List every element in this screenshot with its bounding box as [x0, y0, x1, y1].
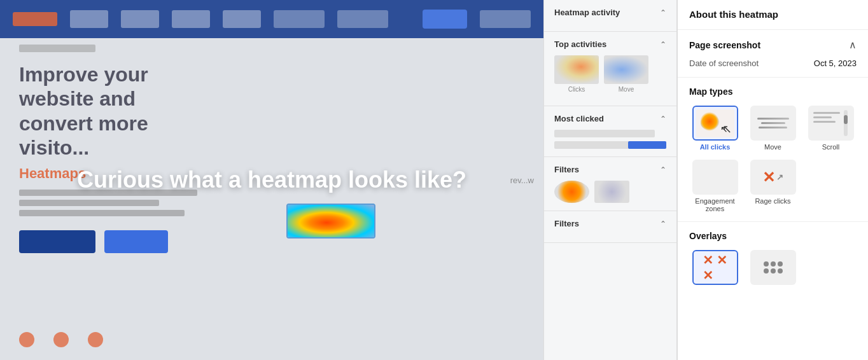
scroll-icon[interactable] [808, 106, 854, 141]
fake-logo [13, 12, 57, 26]
fake-nav-4 [223, 10, 261, 28]
middle-sidebar-panel: Heatmap activity ⌃ Top activities ⌃ Clic… [543, 0, 677, 360]
middle-section-content-3 [554, 130, 666, 149]
heatmap-preview-label: rev...w [510, 176, 534, 185]
fake-nav-3 [172, 10, 210, 28]
scroll-hline-1 [813, 112, 840, 114]
middle-section-title-3: Most clicked [554, 114, 604, 123]
move-lines [752, 107, 795, 139]
fake-nav-7 [480, 10, 531, 28]
svg-text:↖: ↖ [720, 124, 728, 134]
page-screenshot-header[interactable]: Page screenshot ∧ [689, 39, 857, 51]
middle-thumb-group-2: Move [604, 55, 648, 93]
middle-section-title-1: Heatmap activity [554, 8, 620, 17]
middle-section-heatmap-activity-header[interactable]: Heatmap activity ⌃ [554, 8, 666, 17]
date-of-screenshot-label: Date of screenshot [689, 59, 759, 68]
heatmap-preview: Improve your website and convert more vi… [0, 0, 543, 360]
map-type-engagement[interactable]: Engagement zones [689, 160, 741, 212]
fake-nav-5 [274, 10, 325, 28]
middle-thumb-label-2: Move [619, 86, 634, 93]
middle-section-arrow-2: ⌃ [660, 40, 666, 49]
overlays-grid: ✕ ✕✕ [689, 250, 857, 287]
scroll-hline-2 [813, 116, 832, 118]
rage-icon[interactable]: ✕ ↗ [750, 160, 796, 195]
middle-thumb-group-1: Clicks [554, 55, 599, 93]
overlay-x-marks[interactable]: ✕ ✕✕ [689, 250, 741, 287]
overlays-section: Overlays ✕ ✕✕ [678, 222, 868, 296]
middle-section-title-2: Top activities [554, 39, 606, 49]
fake-nav-6 [337, 10, 388, 28]
overlay-x-marks-icon[interactable]: ✕ ✕✕ [692, 250, 738, 285]
middle-section-title-5: Filters [554, 219, 579, 228]
map-type-move[interactable]: Move [747, 106, 799, 151]
filter-thumb-inner-2 [594, 181, 629, 203]
map-types-section: Map types [678, 78, 868, 222]
map-types-title: Map types [689, 87, 857, 97]
fake-icon-2 [53, 332, 69, 347]
middle-bar-1 [554, 130, 655, 137]
heatmap-hotspot-visual [288, 205, 374, 237]
middle-section-top-activities-header[interactable]: Top activities ⌃ [554, 39, 666, 49]
middle-section-title-4: Filters [554, 165, 579, 174]
fake-icon-1 [19, 332, 34, 347]
fake-body-3 [19, 210, 185, 216]
rage-cursor: ↗ [776, 172, 783, 182]
map-types-row2: Engagement zones ✕ ↗ Rage clicks [689, 160, 857, 212]
middle-section-arrow-1: ⌃ [660, 8, 666, 17]
middle-section-most-clicked: Most clicked ⌃ [544, 106, 676, 157]
map-type-scroll[interactable]: Scroll [805, 106, 857, 151]
engagement-icon[interactable] [692, 160, 738, 195]
page-screenshot-section: Page screenshot ∧ Date of screenshot Oct… [678, 30, 868, 78]
middle-section-most-clicked-header[interactable]: Most clicked ⌃ [554, 114, 666, 123]
engagement-grid [711, 160, 719, 195]
middle-thumb-1 [554, 55, 599, 84]
overlays-title: Overlays [689, 231, 857, 241]
move-icon[interactable] [750, 106, 796, 141]
all-clicks-svg: ↖ [696, 109, 734, 137]
heatmap-overlay-text: Curious what a heatmap looks like? [77, 167, 466, 193]
middle-thumb-inner-1 [554, 55, 599, 84]
filter-thumb-inner-1 [554, 181, 589, 203]
filter-thumb-1 [554, 181, 589, 203]
middle-section-heatmap-activity: Heatmap activity ⌃ [544, 0, 676, 32]
overlay-dots-grid [759, 256, 788, 279]
filter-thumb-2 [594, 181, 629, 203]
engagement-label: Engagement zones [689, 197, 741, 212]
middle-section-arrow-4: ⌃ [660, 165, 666, 174]
filter-thumbs [554, 181, 666, 203]
fake-body-2 [19, 200, 159, 206]
map-types-row1: ↖ All clicks Move [689, 106, 857, 151]
move-line-2 [761, 122, 785, 124]
middle-section-filters2-header[interactable]: Filters ⌃ [554, 219, 666, 228]
middle-section-arrow-3: ⌃ [660, 114, 666, 123]
map-type-all-clicks[interactable]: ↖ All clicks [689, 106, 741, 151]
middle-section-filters-header[interactable]: Filters ⌃ [554, 165, 666, 174]
all-clicks-icon[interactable]: ↖ [692, 106, 738, 141]
fake-headline: Improve your website and convert more vi… [19, 62, 416, 160]
middle-thumbs-row: Clicks Move [554, 55, 666, 93]
move-label: Move [764, 143, 781, 151]
middle-bar-2 [554, 141, 666, 149]
scroll-hline-3 [813, 121, 836, 123]
move-line-3 [759, 127, 787, 128]
map-type-rage[interactable]: ✕ ↗ Rage clicks [747, 160, 799, 212]
rage-label: Rage clicks [755, 197, 790, 205]
overlay-dot-5 [771, 268, 776, 273]
fake-nav-button [423, 10, 467, 29]
overlay-dots[interactable] [747, 250, 799, 287]
scroll-label: Scroll [822, 143, 840, 151]
overlay-dots-icon[interactable] [750, 250, 796, 285]
all-clicks-label: All clicks [700, 143, 731, 151]
fake-nav-1 [70, 10, 108, 28]
page-screenshot-collapse-icon[interactable]: ∧ [849, 39, 857, 51]
fake-bottom-icons [19, 332, 103, 347]
fake-breadcrumb [19, 45, 95, 52]
right-panel-header: About this heatmap [678, 0, 868, 30]
fake-icon-3 [88, 332, 103, 347]
heatmap-hotspot-preview [286, 204, 375, 239]
middle-section-arrow-5: ⌃ [660, 219, 666, 228]
page-screenshot-title: Page screenshot [689, 40, 760, 50]
scroll-bar [844, 110, 848, 136]
screenshot-info-row: Date of screenshot Oct 5, 2023 [689, 59, 857, 68]
overlay-x-marks-symbol: ✕ ✕✕ [703, 253, 728, 283]
